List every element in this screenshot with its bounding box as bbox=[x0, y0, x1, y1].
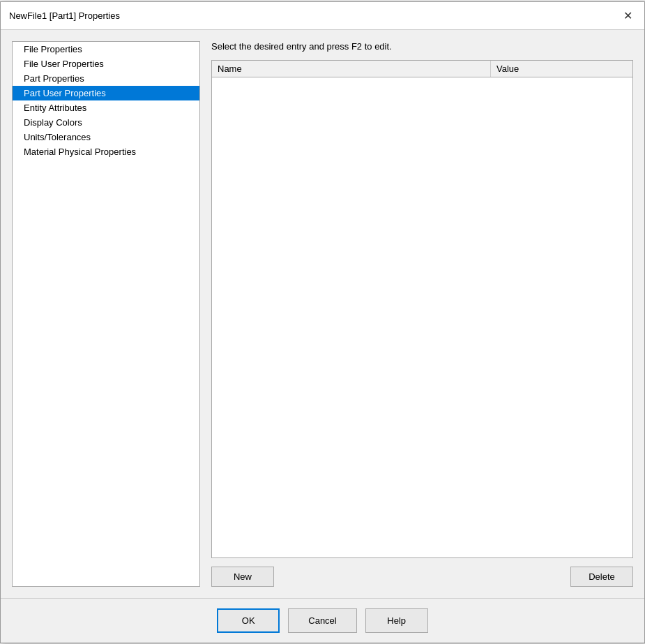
sidebar-item-label: Units/Tolerances bbox=[24, 132, 91, 142]
right-panel: Select the desired entry and press F2 to… bbox=[211, 41, 633, 587]
column-header-value: Value bbox=[491, 61, 632, 77]
sidebar-item-material-physical-properties[interactable]: Material Physical Properties bbox=[13, 144, 199, 159]
action-buttons: New Delete bbox=[211, 567, 633, 587]
sidebar-item-file-properties[interactable]: File Properties bbox=[13, 42, 199, 57]
sidebar-item-display-colors[interactable]: Display Colors bbox=[13, 115, 199, 130]
properties-table: Name Value bbox=[211, 60, 633, 558]
sidebar-item-label: Display Colors bbox=[24, 117, 82, 128]
sidebar-item-label: Entity Attributes bbox=[24, 103, 86, 113]
close-button[interactable]: ✕ bbox=[619, 7, 636, 24]
dialog-window: NewFile1 [Part1] Properties ✕ File Prope… bbox=[0, 1, 645, 643]
sidebar-item-label: File Properties bbox=[24, 44, 82, 54]
new-button[interactable]: New bbox=[211, 567, 274, 587]
table-header: Name Value bbox=[212, 61, 632, 77]
sidebar-item-label: Material Physical Properties bbox=[24, 147, 136, 157]
ok-button[interactable]: OK bbox=[217, 608, 280, 633]
title-bar: NewFile1 [Part1] Properties ✕ bbox=[1, 2, 644, 30]
delete-button[interactable]: Delete bbox=[570, 567, 633, 587]
sidebar-item-part-user-properties[interactable]: Part User Properties bbox=[13, 86, 199, 100]
sidebar-item-entity-attributes[interactable]: Entity Attributes bbox=[13, 100, 199, 115]
column-header-name: Name bbox=[212, 61, 491, 77]
sidebar-item-label: Part User Properties bbox=[24, 88, 106, 98]
dialog-content: File Properties File User Properties Par… bbox=[1, 30, 644, 598]
sidebar-item-part-properties[interactable]: Part Properties bbox=[13, 71, 199, 86]
cancel-button[interactable]: Cancel bbox=[288, 608, 356, 633]
window-title: NewFile1 [Part1] Properties bbox=[9, 10, 120, 21]
sidebar-item-label: Part Properties bbox=[24, 73, 84, 84]
sidebar-item-file-user-properties[interactable]: File User Properties bbox=[13, 57, 199, 71]
sidebar-item-units-tolerances[interactable]: Units/Tolerances bbox=[13, 130, 199, 144]
table-body bbox=[212, 77, 632, 557]
help-button[interactable]: Help bbox=[365, 608, 428, 633]
dialog-footer: OK Cancel Help bbox=[1, 598, 644, 643]
sidebar-item-label: File User Properties bbox=[24, 59, 104, 69]
instruction-text: Select the desired entry and press F2 to… bbox=[211, 41, 633, 52]
tree-panel: File Properties File User Properties Par… bbox=[12, 41, 200, 587]
